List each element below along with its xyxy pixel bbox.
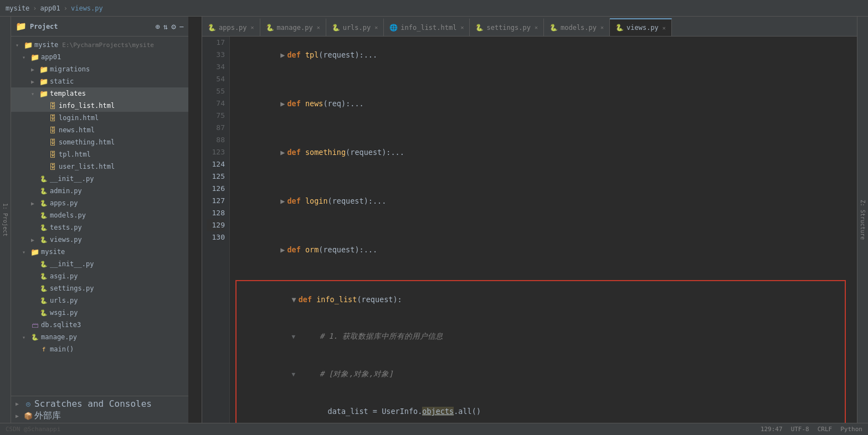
tree-item-tpl-html[interactable]: 🗄 tpl.html <box>11 148 188 160</box>
tree-item-something-html[interactable]: 🗄 something.html <box>11 136 188 148</box>
label-wsgi-py: wsgi.py <box>50 309 78 317</box>
project-title: Project <box>30 23 58 30</box>
tab-close-views[interactable]: ✕ <box>662 25 666 31</box>
html-icon-login: 🗄 <box>48 114 57 122</box>
python-icon-tests: 🐍 <box>39 224 48 231</box>
folder-icon-static: 📁 <box>39 77 48 86</box>
sort-icon[interactable]: ⇅ <box>163 22 168 31</box>
tree-item-db-sqlite3[interactable]: 🗃 db.sqlite3 <box>11 319 188 331</box>
tree-item-wsgi-py[interactable]: 🐍 wsgi.py <box>11 307 188 319</box>
folder-icon-migrations: 📁 <box>39 65 48 74</box>
structure-side-tab[interactable]: Z: Structure <box>857 17 868 423</box>
tree-item-user-list-html[interactable]: 🗄 user_list.html <box>11 160 188 173</box>
tab-close-settings[interactable]: ✕ <box>535 24 538 30</box>
tree-item-scratches[interactable]: ▶ ◎ Scratches and Consoles <box>11 397 188 410</box>
python-icon-views: 🐍 <box>39 236 48 244</box>
tab-close-apps[interactable]: ✕ <box>251 24 254 30</box>
label-news-html: news.html <box>59 126 95 134</box>
add-icon[interactable]: ⊕ <box>155 22 160 31</box>
editor-tabs: 🐍 apps.py ✕ 🐍 manage.py ✕ 🐍 urls.py ✕ 🌐 … <box>202 17 857 37</box>
line-numbers: 17 33 34 54 55 74 75 87 88 123 124 125 1… <box>202 37 230 423</box>
code-line-127: data_list = UserInfo.objects.all() <box>238 393 843 423</box>
tree-item-mysite-root[interactable]: ▾ 📁 mysite E:\PycharmProjects\mysite <box>11 39 188 51</box>
project-side-tab[interactable]: 1: Project <box>0 17 11 423</box>
tree-item-info-list-html[interactable]: 🗄 info_list.html <box>11 100 188 112</box>
html-icon-info-list: 🗄 <box>48 102 57 110</box>
tree-item-login-html[interactable]: 🗄 login.html <box>11 112 188 124</box>
tree-item-migrations[interactable]: ▶ 📁 migrations <box>11 63 188 75</box>
arrow-apps-py: ▶ <box>31 200 38 206</box>
tab-label-apps: apps.py <box>219 24 247 32</box>
tab-close-models[interactable]: ✕ <box>600 24 604 30</box>
tab-label-urls: urls.py <box>343 24 371 32</box>
title-bar: mysite › app01 › views.py <box>0 0 868 17</box>
tab-close-manage[interactable]: ✕ <box>317 24 320 30</box>
folder-icon-mysite: 📁 <box>24 41 33 49</box>
folder-icon-templates: 📁 <box>39 90 48 98</box>
code-line-55: ▶def something(request):... <box>235 134 851 170</box>
python-icon-init: 🐍 <box>39 175 48 183</box>
tree-item-settings-py[interactable]: 🐍 settings.py <box>11 282 188 294</box>
status-file-type: Python <box>840 426 862 433</box>
arrow-app01: ▾ <box>22 54 29 60</box>
code-content[interactable]: ▶def tpl(request):... ▶def news(req):...… <box>230 37 857 423</box>
tab-icon-models: 🐍 <box>549 24 558 32</box>
tab-label-settings: settings.py <box>486 24 530 32</box>
tree-item-init-py[interactable]: 🐍 __init__.py <box>11 173 188 185</box>
arrow-migrations: ▶ <box>31 66 38 72</box>
tree-item-news-html[interactable]: 🗄 news.html <box>11 124 188 136</box>
scratches-icon: ◎ <box>24 400 33 408</box>
structure-tab-label: Z: Structure <box>860 200 866 240</box>
breadcrumb-mysite[interactable]: mysite <box>6 4 29 12</box>
bottom-panel: ▶ ◎ Scratches and Consoles ▶ 📦 外部库 <box>11 396 188 423</box>
code-line-88: ▶def orm(request):... <box>235 231 851 268</box>
tab-close-urls[interactable]: ✕ <box>374 24 378 30</box>
tab-manage-py[interactable]: 🐍 manage.py ✕ <box>260 18 326 36</box>
tree-item-static[interactable]: ▶ 📁 static <box>11 75 188 87</box>
tree-item-views-py[interactable]: ▶ 🐍 views.py <box>11 234 188 246</box>
tree-item-mysite-init[interactable]: 🐍 __init__.py <box>11 258 188 270</box>
function-block-info-list: ▼def info_list(request): ▼ # 1. 获取数据库中所有… <box>235 280 846 423</box>
label-something-html: something.html <box>59 138 115 146</box>
tree-item-asgi-py[interactable]: 🐍 asgi.py <box>11 270 188 282</box>
tree-item-external[interactable]: ▶ 📦 外部库 <box>11 410 188 422</box>
label-mysite-pkg: mysite <box>41 248 65 256</box>
tab-views-py[interactable]: 🐍 views.py ✕ <box>610 18 672 36</box>
tree-item-apps-py[interactable]: ▶ 🐍 apps.py <box>11 197 188 209</box>
tree-item-urls-py[interactable]: 🐍 urls.py <box>11 294 188 307</box>
arrow-external: ▶ <box>16 413 22 419</box>
code-line-75: ▶def login(request):... <box>235 183 851 219</box>
folder-icon: 📁 <box>16 21 27 32</box>
tree-item-main-func[interactable]: f main() <box>11 343 188 355</box>
tab-settings-py[interactable]: 🐍 settings.py ✕ <box>470 18 544 36</box>
code-line-123 <box>235 268 851 280</box>
breadcrumb-views[interactable]: views.py <box>71 4 103 12</box>
tree-item-app01[interactable]: ▾ 📁 app01 <box>11 51 188 63</box>
label-init-py: __init__.py <box>50 175 94 183</box>
breadcrumb-app01[interactable]: app01 <box>40 4 60 12</box>
tree-item-admin-py[interactable]: 🐍 admin.py <box>11 185 188 197</box>
label-apps-py: apps.py <box>50 199 78 207</box>
tree-item-tests-py[interactable]: 🐍 tests.py <box>11 221 188 234</box>
tab-info-list-html[interactable]: 🌐 info_list.html ✕ <box>384 18 470 36</box>
tab-models-py[interactable]: 🐍 models.py ✕ <box>544 18 610 36</box>
settings-icon[interactable]: ⚙ <box>171 22 176 31</box>
header-icon-add[interactable]: ⊕ ⇅ ⚙ − <box>155 22 184 31</box>
tree-item-models-py[interactable]: 🐍 models.py <box>11 209 188 221</box>
project-panel-header: 📁 Project ⊕ ⇅ ⚙ − <box>11 17 188 37</box>
tree-item-manage-py[interactable]: ▾ 🐍 manage.py <box>11 331 188 343</box>
arrow-mysite-pkg: ▾ <box>22 249 29 255</box>
python-icon-wsgi: 🐍 <box>39 309 48 317</box>
status-line-sep: CRLF <box>818 426 833 433</box>
code-editor[interactable]: 17 33 34 54 55 74 75 87 88 123 124 125 1… <box>202 37 857 423</box>
folder-icon-mysite-pkg: 📁 <box>30 248 39 256</box>
tab-apps-py[interactable]: 🐍 apps.py ✕ <box>202 18 260 36</box>
tree-item-mysite-pkg[interactable]: ▾ 📁 mysite <box>11 246 188 258</box>
tab-close-info-list[interactable]: ✕ <box>460 24 464 30</box>
minimize-icon[interactable]: − <box>179 22 184 31</box>
tree-item-templates[interactable]: ▾ 📁 templates <box>11 87 188 100</box>
tab-urls-py[interactable]: 🐍 urls.py ✕ <box>326 18 384 36</box>
external-icon: 📦 <box>24 412 33 420</box>
label-models-py: models.py <box>50 211 86 219</box>
status-encoding: UTF-8 <box>791 426 809 433</box>
